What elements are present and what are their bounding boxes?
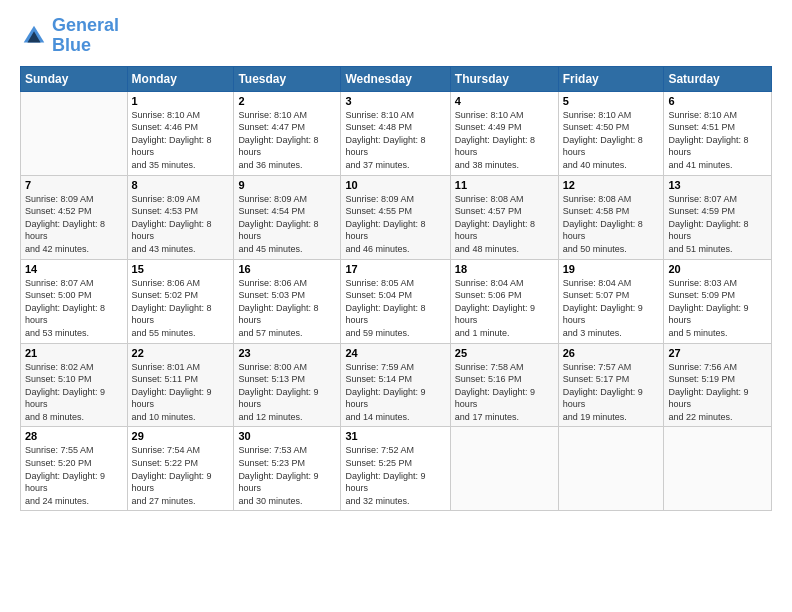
day-info: Sunrise: 8:10 AMSunset: 4:51 PMDaylight:… bbox=[668, 109, 767, 172]
day-info: Sunrise: 8:08 AMSunset: 4:57 PMDaylight:… bbox=[455, 193, 554, 256]
calendar-cell: 4Sunrise: 8:10 AMSunset: 4:49 PMDaylight… bbox=[450, 91, 558, 175]
day-info: Sunrise: 7:56 AMSunset: 5:19 PMDaylight:… bbox=[668, 361, 767, 424]
day-info: Sunrise: 8:00 AMSunset: 5:13 PMDaylight:… bbox=[238, 361, 336, 424]
calendar-week-row: 14Sunrise: 8:07 AMSunset: 5:00 PMDayligh… bbox=[21, 259, 772, 343]
day-info: Sunrise: 8:06 AMSunset: 5:03 PMDaylight:… bbox=[238, 277, 336, 340]
day-info: Sunrise: 8:10 AMSunset: 4:49 PMDaylight:… bbox=[455, 109, 554, 172]
calendar-cell: 19Sunrise: 8:04 AMSunset: 5:07 PMDayligh… bbox=[558, 259, 664, 343]
calendar-cell: 17Sunrise: 8:05 AMSunset: 5:04 PMDayligh… bbox=[341, 259, 450, 343]
day-info: Sunrise: 8:10 AMSunset: 4:48 PMDaylight:… bbox=[345, 109, 445, 172]
weekday-header: Friday bbox=[558, 66, 664, 91]
calendar-table: SundayMondayTuesdayWednesdayThursdayFrid… bbox=[20, 66, 772, 512]
calendar-cell: 13Sunrise: 8:07 AMSunset: 4:59 PMDayligh… bbox=[664, 175, 772, 259]
weekday-header: Tuesday bbox=[234, 66, 341, 91]
day-number: 22 bbox=[132, 347, 230, 359]
day-info: Sunrise: 8:02 AMSunset: 5:10 PMDaylight:… bbox=[25, 361, 123, 424]
calendar-cell: 27Sunrise: 7:56 AMSunset: 5:19 PMDayligh… bbox=[664, 343, 772, 427]
day-number: 4 bbox=[455, 95, 554, 107]
calendar-cell: 28Sunrise: 7:55 AMSunset: 5:20 PMDayligh… bbox=[21, 427, 128, 511]
day-info: Sunrise: 7:55 AMSunset: 5:20 PMDaylight:… bbox=[25, 444, 123, 507]
calendar-week-row: 28Sunrise: 7:55 AMSunset: 5:20 PMDayligh… bbox=[21, 427, 772, 511]
logo-icon bbox=[20, 22, 48, 50]
day-number: 20 bbox=[668, 263, 767, 275]
calendar-body: 1Sunrise: 8:10 AMSunset: 4:46 PMDaylight… bbox=[21, 91, 772, 511]
day-info: Sunrise: 8:10 AMSunset: 4:50 PMDaylight:… bbox=[563, 109, 660, 172]
day-number: 2 bbox=[238, 95, 336, 107]
calendar-week-row: 1Sunrise: 8:10 AMSunset: 4:46 PMDaylight… bbox=[21, 91, 772, 175]
day-number: 6 bbox=[668, 95, 767, 107]
day-info: Sunrise: 8:04 AMSunset: 5:06 PMDaylight:… bbox=[455, 277, 554, 340]
day-info: Sunrise: 8:09 AMSunset: 4:52 PMDaylight:… bbox=[25, 193, 123, 256]
calendar-cell: 18Sunrise: 8:04 AMSunset: 5:06 PMDayligh… bbox=[450, 259, 558, 343]
day-number: 10 bbox=[345, 179, 445, 191]
calendar-cell: 1Sunrise: 8:10 AMSunset: 4:46 PMDaylight… bbox=[127, 91, 234, 175]
calendar-cell: 9Sunrise: 8:09 AMSunset: 4:54 PMDaylight… bbox=[234, 175, 341, 259]
day-info: Sunrise: 8:03 AMSunset: 5:09 PMDaylight:… bbox=[668, 277, 767, 340]
day-number: 26 bbox=[563, 347, 660, 359]
day-info: Sunrise: 7:58 AMSunset: 5:16 PMDaylight:… bbox=[455, 361, 554, 424]
calendar-week-row: 21Sunrise: 8:02 AMSunset: 5:10 PMDayligh… bbox=[21, 343, 772, 427]
calendar-cell bbox=[450, 427, 558, 511]
calendar-cell: 20Sunrise: 8:03 AMSunset: 5:09 PMDayligh… bbox=[664, 259, 772, 343]
calendar-cell: 7Sunrise: 8:09 AMSunset: 4:52 PMDaylight… bbox=[21, 175, 128, 259]
calendar-header-row: SundayMondayTuesdayWednesdayThursdayFrid… bbox=[21, 66, 772, 91]
calendar-cell bbox=[664, 427, 772, 511]
day-number: 31 bbox=[345, 430, 445, 442]
day-number: 1 bbox=[132, 95, 230, 107]
day-info: Sunrise: 8:09 AMSunset: 4:53 PMDaylight:… bbox=[132, 193, 230, 256]
day-number: 24 bbox=[345, 347, 445, 359]
day-number: 3 bbox=[345, 95, 445, 107]
day-number: 19 bbox=[563, 263, 660, 275]
calendar-cell: 31Sunrise: 7:52 AMSunset: 5:25 PMDayligh… bbox=[341, 427, 450, 511]
day-number: 29 bbox=[132, 430, 230, 442]
calendar-week-row: 7Sunrise: 8:09 AMSunset: 4:52 PMDaylight… bbox=[21, 175, 772, 259]
calendar-cell: 11Sunrise: 8:08 AMSunset: 4:57 PMDayligh… bbox=[450, 175, 558, 259]
day-number: 23 bbox=[238, 347, 336, 359]
weekday-header: Wednesday bbox=[341, 66, 450, 91]
day-info: Sunrise: 7:54 AMSunset: 5:22 PMDaylight:… bbox=[132, 444, 230, 507]
day-info: Sunrise: 8:01 AMSunset: 5:11 PMDaylight:… bbox=[132, 361, 230, 424]
day-info: Sunrise: 8:10 AMSunset: 4:46 PMDaylight:… bbox=[132, 109, 230, 172]
day-number: 16 bbox=[238, 263, 336, 275]
page: General Blue SundayMondayTuesdayWednesda… bbox=[0, 0, 792, 612]
calendar-cell bbox=[21, 91, 128, 175]
day-number: 27 bbox=[668, 347, 767, 359]
calendar-cell: 26Sunrise: 7:57 AMSunset: 5:17 PMDayligh… bbox=[558, 343, 664, 427]
day-number: 9 bbox=[238, 179, 336, 191]
day-info: Sunrise: 8:04 AMSunset: 5:07 PMDaylight:… bbox=[563, 277, 660, 340]
day-number: 5 bbox=[563, 95, 660, 107]
calendar-cell: 2Sunrise: 8:10 AMSunset: 4:47 PMDaylight… bbox=[234, 91, 341, 175]
day-info: Sunrise: 8:05 AMSunset: 5:04 PMDaylight:… bbox=[345, 277, 445, 340]
calendar-cell: 29Sunrise: 7:54 AMSunset: 5:22 PMDayligh… bbox=[127, 427, 234, 511]
calendar-cell: 25Sunrise: 7:58 AMSunset: 5:16 PMDayligh… bbox=[450, 343, 558, 427]
day-info: Sunrise: 7:53 AMSunset: 5:23 PMDaylight:… bbox=[238, 444, 336, 507]
day-number: 12 bbox=[563, 179, 660, 191]
logo-text: General Blue bbox=[52, 16, 119, 56]
day-number: 7 bbox=[25, 179, 123, 191]
calendar-cell: 21Sunrise: 8:02 AMSunset: 5:10 PMDayligh… bbox=[21, 343, 128, 427]
day-number: 14 bbox=[25, 263, 123, 275]
day-number: 28 bbox=[25, 430, 123, 442]
day-number: 25 bbox=[455, 347, 554, 359]
day-number: 18 bbox=[455, 263, 554, 275]
day-number: 17 bbox=[345, 263, 445, 275]
calendar-cell: 22Sunrise: 8:01 AMSunset: 5:11 PMDayligh… bbox=[127, 343, 234, 427]
calendar-cell: 6Sunrise: 8:10 AMSunset: 4:51 PMDaylight… bbox=[664, 91, 772, 175]
weekday-header: Saturday bbox=[664, 66, 772, 91]
calendar-cell: 8Sunrise: 8:09 AMSunset: 4:53 PMDaylight… bbox=[127, 175, 234, 259]
weekday-header: Sunday bbox=[21, 66, 128, 91]
day-info: Sunrise: 8:09 AMSunset: 4:55 PMDaylight:… bbox=[345, 193, 445, 256]
day-info: Sunrise: 7:57 AMSunset: 5:17 PMDaylight:… bbox=[563, 361, 660, 424]
day-number: 11 bbox=[455, 179, 554, 191]
calendar-cell bbox=[558, 427, 664, 511]
day-info: Sunrise: 7:52 AMSunset: 5:25 PMDaylight:… bbox=[345, 444, 445, 507]
calendar-cell: 23Sunrise: 8:00 AMSunset: 5:13 PMDayligh… bbox=[234, 343, 341, 427]
day-number: 30 bbox=[238, 430, 336, 442]
day-info: Sunrise: 8:06 AMSunset: 5:02 PMDaylight:… bbox=[132, 277, 230, 340]
calendar-cell: 5Sunrise: 8:10 AMSunset: 4:50 PMDaylight… bbox=[558, 91, 664, 175]
calendar-cell: 14Sunrise: 8:07 AMSunset: 5:00 PMDayligh… bbox=[21, 259, 128, 343]
day-number: 21 bbox=[25, 347, 123, 359]
day-info: Sunrise: 8:10 AMSunset: 4:47 PMDaylight:… bbox=[238, 109, 336, 172]
calendar-cell: 10Sunrise: 8:09 AMSunset: 4:55 PMDayligh… bbox=[341, 175, 450, 259]
weekday-header: Monday bbox=[127, 66, 234, 91]
